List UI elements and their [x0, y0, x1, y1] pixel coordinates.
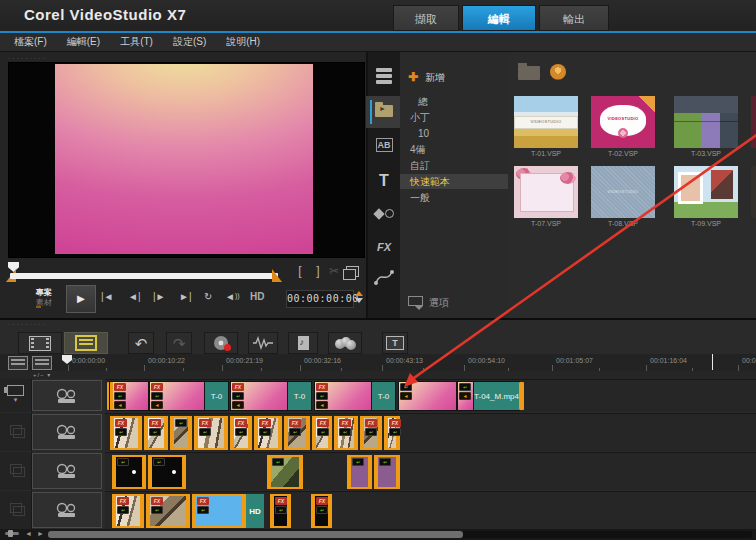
instant-project-icon[interactable] — [370, 100, 396, 124]
template-thumbnail[interactable]: VIDEOSTUDIO — [591, 96, 655, 148]
volume-button[interactable]: ◄ — [225, 291, 240, 302]
template-thumbnail[interactable]: VIDEOSTUDIO — [591, 166, 655, 218]
prev-frame-button[interactable]: ◄| — [128, 291, 141, 302]
timeline-clip[interactable]: ↵◄ — [399, 382, 456, 410]
partial-thumbnail[interactable] — [751, 96, 756, 148]
timeline-clip[interactable]: FX↵ — [194, 416, 228, 450]
timeline-clip[interactable]: FX↵◄ — [150, 382, 205, 410]
timeline-clip[interactable]: ↵ — [112, 455, 146, 489]
track-lane[interactable]: FX↵FX↵FX↵HDFX↵FX↵ — [105, 491, 756, 529]
redo-button[interactable]: ↷ — [166, 332, 192, 354]
add-remove-marker[interactable]: +/− ▾ — [33, 371, 51, 378]
library-folder-1[interactable]: 總 — [400, 94, 508, 109]
timeline-clip[interactable]: FX↵ — [334, 416, 358, 450]
jump-end-button[interactable]: ►| — [179, 291, 192, 302]
timeline-clip[interactable]: FX↵◄ — [231, 382, 288, 410]
menu-item[interactable]: 設定(S) — [173, 35, 206, 49]
timeline-clip[interactable]: FX↵ — [230, 416, 252, 450]
library-folder-6[interactable]: 快速範本 — [400, 174, 508, 189]
menu-item[interactable]: 檔案(F) — [14, 35, 47, 49]
zoom-slider-icon[interactable] — [5, 532, 19, 535]
media-icon[interactable] — [372, 66, 396, 90]
timeline-clip[interactable]: FX↵ — [254, 416, 282, 450]
video-track-icon-button[interactable] — [32, 492, 102, 528]
panel-drag-handle[interactable]: ········· — [8, 322, 47, 327]
timeline-clip[interactable]: T-0 — [205, 382, 228, 410]
mark-in-icon[interactable]: [ — [292, 264, 308, 278]
track-list-icon[interactable] — [8, 356, 28, 370]
track-link-icon[interactable] — [10, 425, 22, 435]
cut-icon[interactable]: ✂ — [326, 264, 342, 278]
track-link-icon[interactable] — [10, 503, 22, 513]
menu-item[interactable]: 說明(H) — [226, 35, 260, 49]
timeline-clip[interactable]: FX↵ — [384, 416, 400, 450]
template-thumbnail[interactable]: VIDEOSTUDIO — [514, 96, 578, 148]
scrollbar-thumb[interactable] — [48, 531, 463, 538]
tab-編輯[interactable]: 編輯 — [462, 5, 536, 31]
transition-icon[interactable]: AB — [372, 134, 396, 158]
timeline-clip[interactable]: FX↵ — [311, 494, 332, 528]
timeline-clip[interactable]: T-04_M.mp4 — [474, 382, 519, 410]
library-folder-3[interactable]: 10 — [400, 126, 508, 141]
timeline-start-marker[interactable] — [62, 355, 72, 364]
timeline-clip[interactable]: T-0 — [372, 382, 395, 410]
options-button[interactable]: 選項 — [408, 296, 449, 310]
timeline-clip[interactable]: ↵ — [374, 455, 400, 489]
tab-輸出[interactable]: 輸出 — [539, 5, 609, 31]
timeline-clip[interactable]: ↵ — [267, 455, 303, 489]
graphic-icon[interactable] — [372, 204, 396, 228]
timeline-clip[interactable]: FX↵◄ — [110, 382, 148, 410]
timeline-clip[interactable]: FX↵ — [146, 494, 190, 528]
timeline-clip[interactable]: FX↵ — [360, 416, 382, 450]
camera-list-icon[interactable] — [7, 385, 24, 396]
timeline-clip[interactable]: ↵ — [347, 455, 372, 489]
timecode-display[interactable]: 00:00:00:00 — [286, 290, 354, 308]
timeline-clip[interactable]: FX↵ — [144, 416, 168, 450]
subtitle-editor-button[interactable]: T — [382, 332, 408, 354]
jump-start-button[interactable]: |◄ — [101, 291, 114, 302]
video-track-icon-button[interactable] — [32, 380, 102, 411]
next-frame-button[interactable]: |► — [153, 291, 166, 302]
motion-tracking-button[interactable] — [328, 332, 362, 354]
mode-clip[interactable]: 素材 — [36, 298, 52, 308]
track-lane[interactable]: FX↵◄FX↵◄T-0FX↵◄T-0FX↵◄T-0↵◄↵◄T-04_M.mp4 — [105, 379, 756, 412]
video-track-icon-button[interactable] — [32, 453, 102, 489]
trim-handle-right[interactable] — [272, 269, 282, 282]
track-lane[interactable]: ↵↵↵↵↵ — [105, 452, 756, 490]
filter-icon[interactable]: FX — [372, 236, 396, 260]
title-icon[interactable]: T — [372, 170, 396, 194]
library-folder-5[interactable]: 自訂 — [400, 158, 508, 173]
timeline-playhead[interactable] — [712, 354, 713, 370]
partial-thumbnail[interactable] — [751, 166, 756, 218]
chevron-down-icon[interactable]: ▾ — [0, 397, 31, 403]
library-folder-7[interactable]: 一般 — [400, 190, 508, 205]
sound-mixer-button[interactable] — [248, 332, 278, 354]
step-down-icon[interactable] — [355, 298, 363, 303]
mark-out-icon[interactable]: ] — [310, 264, 326, 278]
track-list-all-icon[interactable] — [32, 356, 52, 370]
timeline-clip[interactable]: FX↵◄ — [315, 382, 372, 410]
scrollbar-track[interactable] — [48, 531, 752, 538]
timeline-clip[interactable]: ↵ — [148, 455, 186, 489]
undo-button[interactable]: ↶ — [128, 332, 154, 354]
menu-item[interactable]: 工具(T) — [120, 35, 153, 49]
timeline-clip[interactable]: HD — [246, 494, 264, 528]
timeline-clip[interactable]: ↵ — [170, 416, 192, 450]
scrub-bar[interactable] — [10, 273, 278, 279]
play-button[interactable]: ► — [66, 285, 96, 313]
tab-擷取[interactable]: 擷取 — [393, 5, 459, 31]
track-lane[interactable]: FX↵FX↵↵FX↵FX↵FX↵FX↵FX↵FX↵FX↵FX↵ — [105, 413, 756, 451]
template-thumbnail[interactable] — [514, 166, 578, 218]
timeline-clip[interactable] — [519, 382, 524, 410]
template-thumbnail[interactable] — [674, 96, 738, 148]
mode-project[interactable]: 專案 — [36, 288, 52, 298]
brand-badge-icon[interactable] — [550, 64, 566, 80]
timeline-clip[interactable]: FX↵ — [284, 416, 310, 450]
timeline-clip[interactable]: T-0 — [288, 382, 311, 410]
video-track-icon-button[interactable] — [32, 414, 102, 450]
library-folder-2[interactable]: 小丁 — [400, 110, 508, 125]
timeline-ruler[interactable]: 0:00:00:0000:00:10:2200:00:21:1900:00:32… — [0, 354, 756, 372]
storyboard-view-button[interactable] — [18, 332, 62, 354]
scroll-left-icon[interactable]: ◄ — [25, 530, 32, 537]
duplicate-icon[interactable] — [346, 266, 359, 277]
